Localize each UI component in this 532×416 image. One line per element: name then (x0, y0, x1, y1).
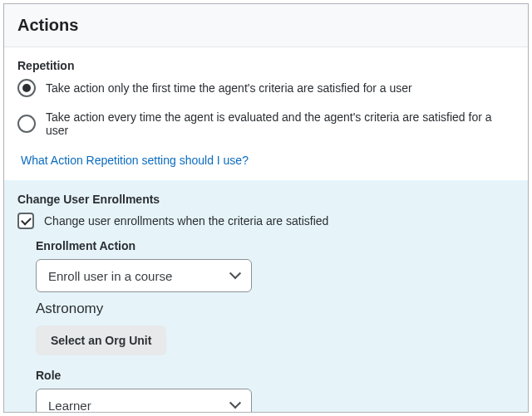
change-enrollments-checkbox[interactable]: Change user enrollments when the criteri… (17, 213, 515, 229)
change-enrollments-section: Change User Enrollments Change user enro… (4, 180, 528, 413)
actions-panel: Actions Repetition Take action only the … (3, 3, 529, 413)
repetition-title: Repetition (17, 59, 515, 72)
role-value: Learner (48, 399, 91, 413)
change-enrollments-checkbox-label: Change user enrollments when the criteri… (44, 214, 328, 228)
chevron-down-icon (229, 267, 241, 279)
repetition-help-link[interactable]: What Action Repetition setting should I … (21, 154, 249, 167)
chevron-down-icon (229, 397, 241, 409)
repetition-option-label: Take action every time the agent is eval… (46, 110, 515, 137)
repetition-option-every-time[interactable]: Take action every time the agent is eval… (17, 110, 515, 137)
change-enrollments-title: Change User Enrollments (17, 193, 515, 206)
selected-org-unit-name: Astronomy (36, 301, 515, 317)
repetition-option-label: Take action only the first time the agen… (46, 81, 412, 95)
panel-header: Actions (4, 4, 528, 47)
role-select[interactable]: Learner (36, 389, 252, 413)
repetition-option-first-time[interactable]: Take action only the first time the agen… (17, 79, 515, 97)
enrollment-action-value: Enroll user in a course (48, 269, 172, 283)
role-label: Role (36, 369, 515, 382)
enrollment-sub-block: Enrollment Action Enroll user in a cours… (36, 239, 515, 413)
radio-unselected-icon (17, 115, 36, 133)
enrollment-action-label: Enrollment Action (36, 239, 515, 252)
repetition-section: Repetition Take action only the first ti… (4, 47, 528, 180)
select-org-unit-button[interactable]: Select an Org Unit (36, 325, 166, 355)
checkbox-checked-icon (17, 213, 34, 229)
enrollment-action-select[interactable]: Enroll user in a course (36, 259, 252, 292)
panel-title: Actions (17, 16, 515, 35)
radio-selected-icon (17, 79, 36, 97)
